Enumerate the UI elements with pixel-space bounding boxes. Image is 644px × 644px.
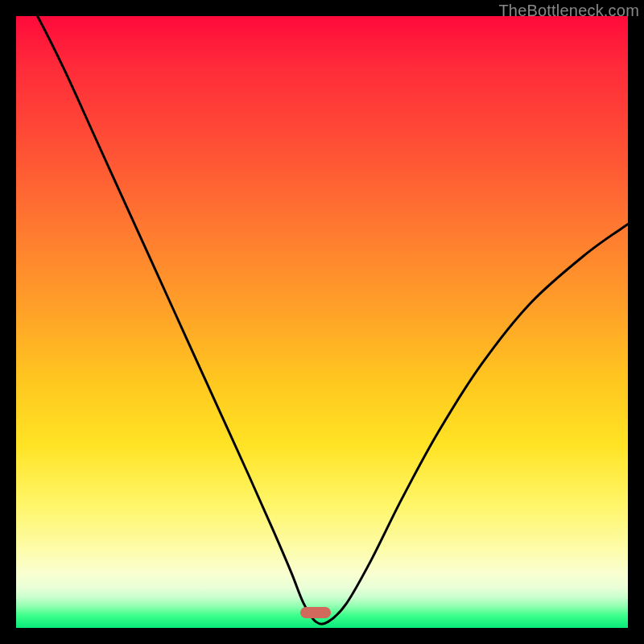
optimum-marker: [300, 607, 331, 618]
chart-stage: TheBottleneck.com: [0, 0, 644, 644]
bottleneck-curve: [16, 16, 628, 624]
curve-svg: [16, 16, 628, 628]
plot-area: [16, 16, 628, 628]
watermark-text: TheBottleneck.com: [498, 2, 639, 20]
